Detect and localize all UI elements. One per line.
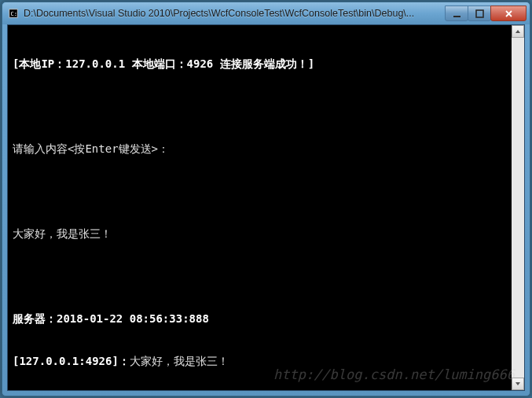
user-input-1: 大家好，我是张三！ bbox=[13, 227, 112, 240]
console-window: C: D:\Documents\Visual Studio 2010\Proje… bbox=[2, 2, 530, 396]
close-button[interactable] bbox=[490, 6, 526, 21]
minimize-button[interactable] bbox=[445, 6, 468, 21]
server-msg-1: 大家好，我是张三！ bbox=[130, 355, 229, 367]
svg-rect-3 bbox=[476, 10, 483, 17]
server-addr-1: [127.0.0.1:4926]： bbox=[13, 355, 130, 367]
scroll-track[interactable] bbox=[512, 38, 524, 378]
server-ts-1: 服务器：2018-01-22 08:56:33:888 bbox=[13, 312, 209, 325]
vertical-scrollbar[interactable] bbox=[512, 25, 524, 390]
window-title: D:\Documents\Visual Studio 2010\Projects… bbox=[24, 8, 446, 19]
console-output[interactable]: [本地IP：127.0.0.1 本地端口：4926 连接服务端成功！] 请输入内… bbox=[8, 25, 512, 390]
scroll-up-button[interactable] bbox=[512, 25, 524, 38]
titlebar[interactable]: C: D:\Documents\Visual Studio 2010\Proje… bbox=[2, 2, 530, 24]
app-icon: C: bbox=[7, 7, 20, 20]
svg-text:C:: C: bbox=[11, 11, 17, 17]
scroll-down-button[interactable] bbox=[512, 378, 524, 390]
client-area: [本地IP：127.0.0.1 本地端口：4926 连接服务端成功！] 请输入内… bbox=[7, 24, 525, 391]
status-line: [本地IP：127.0.0.1 本地端口：4926 连接服务端成功！] bbox=[13, 57, 314, 70]
svg-rect-2 bbox=[453, 16, 460, 17]
window-controls bbox=[446, 6, 526, 21]
prompt-line: 请输入内容<按Enter键发送>： bbox=[13, 142, 169, 155]
maximize-button[interactable] bbox=[468, 6, 491, 21]
